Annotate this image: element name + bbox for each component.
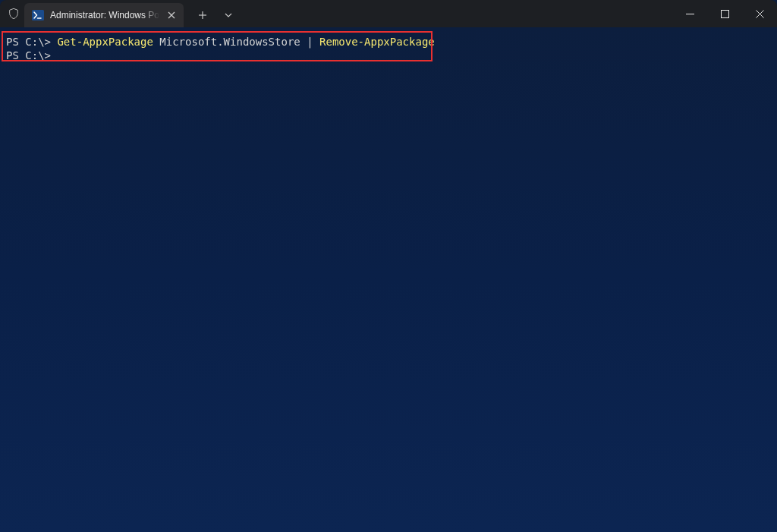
close-icon [168,11,175,19]
new-tab-button[interactable] [190,3,215,27]
command-segment: Microsoft.WindowsStore [153,36,307,48]
minimize-button[interactable] [672,0,707,27]
plus-icon [198,11,207,20]
terminal-line: PS C:\> Get-AppxPackage Microsoft.Window… [6,35,777,49]
svg-rect-0 [32,10,44,20]
tab-dropdown-button[interactable] [215,3,241,27]
terminal-body[interactable]: PS C:\> Get-AppxPackage Microsoft.Window… [0,27,777,532]
powershell-icon [32,9,44,21]
tab[interactable]: Administrator: Windows PowerShell [24,3,184,27]
tab-close-button[interactable] [165,9,178,21]
maximize-button[interactable] [707,0,742,27]
window-controls [672,0,777,27]
terminal-content[interactable]: PS C:\> Get-AppxPackage Microsoft.Window… [6,35,777,62]
prompt: PS C:\> [6,49,51,61]
svg-rect-7 [721,10,728,17]
prompt: PS C:\> [6,36,57,48]
title-bar: Administrator: Windows PowerShell [0,0,777,27]
close-icon [756,10,764,18]
chevron-down-icon [225,13,232,17]
maximize-icon [721,10,729,18]
tab-controls [184,0,241,27]
admin-shield-area [0,0,24,27]
tab-title: Administrator: Windows PowerShell [50,10,159,20]
command-segment: Get-AppxPackage [57,36,153,48]
minimize-icon [686,14,694,14]
shield-icon [8,8,20,20]
command-segment: Remove-AppxPackage [313,36,435,48]
terminal-line: PS C:\> [6,49,777,62]
command-segment: | [307,36,313,48]
close-window-button[interactable] [742,0,777,27]
